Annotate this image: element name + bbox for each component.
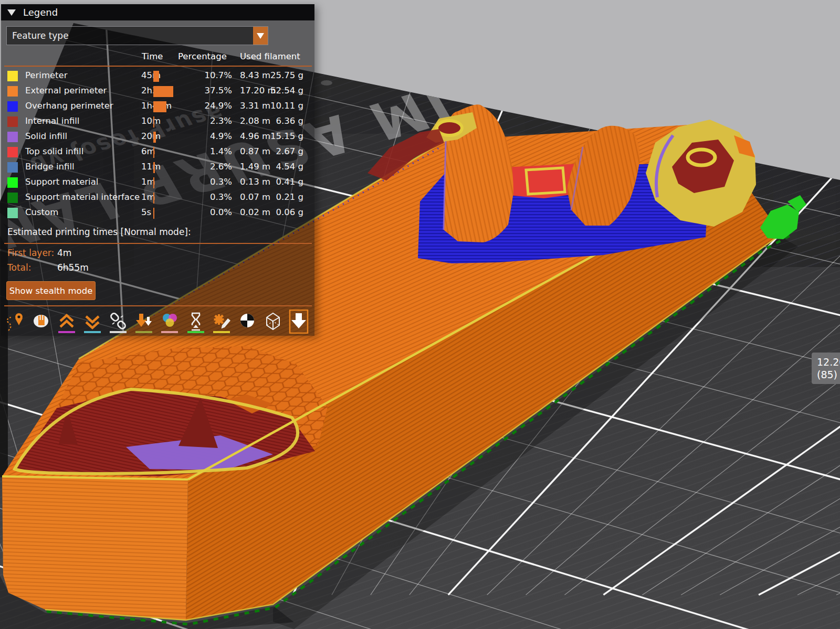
feature-length: 0.07 m [240, 192, 270, 202]
feature-type-label: Feature type [12, 30, 69, 41]
legend-row[interactable]: Support material1m0.3%0.13 m0.41 g [1, 175, 314, 190]
feature-weight: 15.15 g [270, 131, 303, 141]
layer-number-value: (85) [817, 368, 840, 381]
estimated-times-title: Estimated printing times [Normal mode]: [7, 227, 191, 237]
dropdown-button[interactable] [253, 27, 268, 45]
legend-row[interactable]: Custom5s0.0%0.02 m0.06 g [1, 206, 314, 221]
layer-height-value: 12.20 [817, 356, 840, 368]
legend-rows: Perimeter45m10.7%8.43 m25.75 gExternal p… [1, 69, 314, 221]
feature-weight: 4.54 g [276, 162, 303, 172]
center-of-gravity-icon[interactable] [237, 310, 258, 336]
feature-length: 0.02 m [240, 207, 270, 217]
percentage-bar [153, 71, 159, 82]
feature-label: Support material [25, 177, 98, 187]
feature-label: External perimeter [25, 86, 107, 95]
feature-percentage: 2.6% [210, 162, 232, 172]
feature-time: 20m [141, 131, 161, 141]
feature-length: 2.08 m [240, 116, 270, 126]
feature-time: 10m [141, 116, 161, 126]
feature-color-swatch [7, 101, 18, 112]
column-header-percentage: Percentage [178, 51, 227, 61]
percentage-bar [153, 177, 154, 188]
3d-view-icon[interactable] [263, 310, 284, 336]
feature-length: 1.49 m [240, 162, 270, 172]
percentage-bar [153, 116, 154, 127]
legend-row[interactable]: Overhang perimeter1h43m24.9%3.31 m10.11 … [1, 99, 314, 114]
feature-label: Bridge infill [25, 162, 75, 172]
feature-color-swatch [7, 86, 18, 97]
feature-color-swatch [7, 116, 18, 127]
percentage-bar [153, 147, 154, 158]
feature-length: 8.43 m [240, 70, 270, 80]
feature-weight: 2.67 g [276, 146, 303, 156]
bed-mark [321, 80, 332, 86]
tool-colors-icon[interactable] [160, 310, 181, 336]
divider [4, 305, 312, 306]
feature-percentage: 24.9% [205, 101, 232, 111]
feature-length: 0.13 m [240, 177, 270, 187]
show-stealth-mode-button[interactable]: Show stealth mode [6, 281, 96, 300]
feature-label: Support material interface [25, 192, 140, 202]
percentage-bar [153, 208, 154, 219]
travel-moves-icon[interactable] [5, 310, 26, 336]
feature-percentage: 0.3% [210, 192, 232, 202]
legend-row[interactable]: Support material interface1m0.3%0.07 m0.… [1, 190, 314, 206]
feature-type-dropdown[interactable]: Feature type [6, 26, 268, 45]
feature-color-swatch [7, 132, 18, 142]
feature-time: 11m [141, 162, 161, 172]
feature-percentage: 4.9% [210, 131, 232, 141]
feature-weight: 52.54 g [270, 86, 303, 95]
feature-label: Overhang perimeter [25, 101, 113, 111]
feature-length: 0.87 m [240, 146, 270, 156]
legend-row[interactable]: Bridge infill11m2.6%1.49 m4.54 g [1, 160, 314, 175]
feature-length: 4.96 m [240, 131, 270, 141]
feature-color-swatch [7, 208, 18, 218]
feature-label: Custom [25, 207, 58, 217]
pause-prints-icon[interactable] [186, 310, 207, 336]
shells-down-icon[interactable] [82, 310, 103, 336]
legend-row[interactable]: Top solid infill6m1.4%0.87 m2.67 g [1, 145, 314, 160]
feature-label: Top solid infill [25, 146, 83, 156]
feature-percentage: 1.4% [210, 146, 232, 156]
feature-weight: 25.75 g [270, 70, 303, 80]
color-changes-icon[interactable] [31, 310, 52, 336]
divider [4, 66, 312, 67]
deretractions-icon[interactable] [134, 310, 155, 336]
shells-up-icon[interactable] [57, 310, 78, 336]
feature-percentage: 0.0% [210, 207, 232, 217]
first-layer-value: 4m [57, 248, 71, 258]
layer-slider-badge[interactable]: 12.20 (85) [812, 353, 840, 384]
feature-color-swatch [7, 162, 18, 173]
column-header-time: Time [142, 51, 163, 61]
feature-label: Internal infill [25, 116, 79, 126]
feature-time: 5s [141, 207, 151, 217]
percentage-bar [153, 101, 166, 112]
total-label: Total: [7, 262, 31, 273]
feature-percentage: 2.3% [210, 116, 232, 126]
percentage-bar [153, 86, 173, 97]
feature-weight: 0.21 g [276, 192, 303, 202]
legend-header[interactable]: Legend [1, 4, 314, 20]
percentage-bar [153, 162, 155, 173]
custom-gcode-icon[interactable] [212, 310, 233, 336]
legend-toolbar [5, 310, 310, 336]
legend-row[interactable]: Solid infill20m4.9%4.96 m15.15 g [1, 130, 314, 145]
legend-row[interactable]: Internal infill10m2.3%2.08 m6.36 g [1, 114, 314, 130]
feature-percentage: 0.3% [210, 177, 232, 187]
feature-weight: 6.36 g [276, 116, 303, 126]
legend-row[interactable]: Perimeter45m10.7%8.43 m25.75 g [1, 69, 314, 84]
column-header-used-filament: Used filament [240, 51, 300, 61]
feature-weight: 10.11 g [270, 101, 303, 111]
feature-label: Solid infill [25, 131, 67, 141]
first-layer-label: First layer: [7, 248, 54, 258]
legend-row[interactable]: External perimeter2h36m37.5%17.20 m52.54… [1, 84, 314, 99]
extruder-icon[interactable] [289, 310, 310, 336]
retractions-icon[interactable] [108, 310, 129, 336]
legend-panel: Legend Feature type Time Percentage Used… [1, 4, 314, 336]
feature-percentage: 10.7% [205, 70, 232, 80]
percentage-bar [153, 132, 156, 143]
feature-color-swatch [7, 193, 18, 203]
feature-color-swatch [7, 147, 18, 157]
feature-color-swatch [7, 177, 18, 188]
collapse-triangle-icon[interactable] [7, 9, 16, 16]
